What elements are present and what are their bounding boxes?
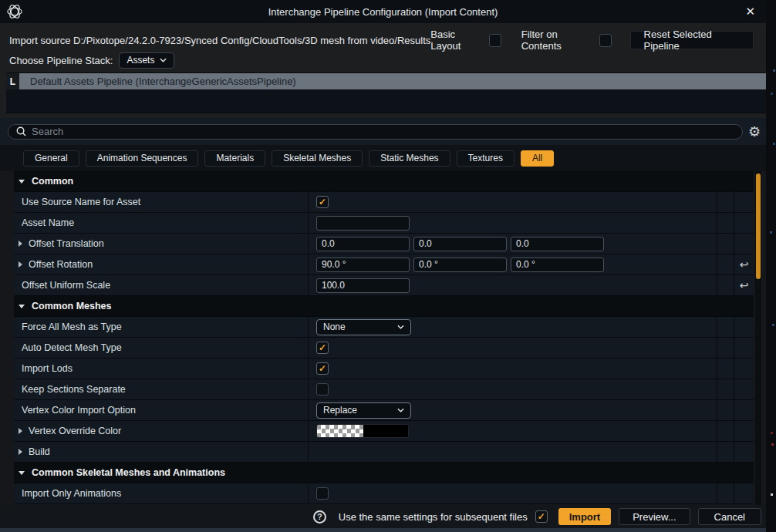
- property-row-vertex-override-color: Vertex Override Color: [14, 421, 754, 442]
- reset-to-default-icon[interactable]: ↩: [740, 259, 749, 270]
- property-row-offset-uniform-scale: Offset Uniform Scale 100.0 ↩: [14, 275, 754, 296]
- expander-icon[interactable]: [19, 428, 22, 434]
- background-app-sliver: [766, 0, 776, 532]
- property-row-import-only-animations: Import Only Animations: [14, 483, 754, 504]
- expander-icon[interactable]: [19, 449, 22, 455]
- property-label: Offset Uniform Scale: [22, 280, 110, 291]
- pipeline-list-item[interactable]: L Default Assets Pipeline (InterchangeGe…: [6, 73, 766, 89]
- vertex-override-color-swatch[interactable]: [316, 424, 409, 438]
- auto-detect-mesh-checkbox[interactable]: [316, 342, 329, 354]
- tab-skeletal-meshes[interactable]: Skeletal Meshes: [272, 150, 363, 167]
- import-only-animations-checkbox[interactable]: [316, 487, 329, 500]
- pipeline-stack-icon: L: [6, 73, 19, 89]
- property-row-offset-translation: Offset Translation 0.0 0.0 0.0: [14, 234, 754, 254]
- property-row-force-all-mesh: Force All Mesh as Type None: [14, 317, 754, 338]
- property-row-offset-rotation: Offset Rotation 90.0 ° 0.0 ° 0.0 ° ↩: [14, 254, 754, 275]
- pipeline-stack-dropdown[interactable]: Assets: [119, 52, 174, 69]
- filter-on-contents-label: Filter on Contents: [521, 29, 592, 52]
- alpha-checker: [317, 425, 363, 437]
- basic-layout-checkbox[interactable]: [489, 34, 501, 47]
- dialog-title: Interchange Pipeline Configuration (Impo…: [0, 6, 766, 18]
- reset-to-default-icon[interactable]: ↩: [740, 280, 749, 291]
- property-row-import-lods: Import Lods: [14, 359, 754, 379]
- footer-bar: ? Use the same settings for subsequent f…: [0, 505, 766, 528]
- chevron-down-icon: [397, 325, 404, 329]
- tab-materials[interactable]: Materials: [204, 150, 265, 167]
- property-label: Auto Detect Mesh Type: [22, 342, 122, 353]
- pipeline-stack-label: Choose Pipeline Stack:: [9, 55, 113, 66]
- translation-z-field[interactable]: 0.0: [511, 237, 604, 251]
- same-settings-label: Use the same settings for subsequent fil…: [339, 511, 528, 523]
- background-noise: [769, 0, 771, 2]
- property-label: Import Only Animations: [22, 488, 121, 499]
- rotation-x-field[interactable]: 90.0 °: [316, 258, 410, 272]
- search-row: ⚙: [0, 118, 766, 145]
- vertex-color-option-dropdown[interactable]: Replace: [316, 402, 411, 419]
- tab-static-meshes[interactable]: Static Meshes: [369, 150, 450, 167]
- interchange-pipeline-dialog: Interchange Pipeline Configuration (Impo…: [0, 0, 766, 532]
- property-label: Build: [29, 446, 50, 457]
- section-header-common[interactable]: Common: [14, 171, 754, 192]
- collapse-arrow-icon: [19, 180, 25, 184]
- section-title: Common Skeletal Meshes and Animations: [32, 467, 225, 478]
- chevron-down-icon: [397, 408, 404, 412]
- settings-gear-icon[interactable]: ⚙: [748, 125, 761, 139]
- color-value: [363, 425, 408, 437]
- property-label: Asset Name: [22, 217, 74, 228]
- toolbar-row-2: Choose Pipeline Stack: Assets: [9, 51, 174, 69]
- properties-scrollbar-track[interactable]: [755, 171, 761, 505]
- use-source-name-checkbox[interactable]: [316, 196, 329, 208]
- keep-sections-checkbox[interactable]: [316, 383, 329, 396]
- basic-layout-group: Basic Layout: [430, 29, 501, 52]
- preview-button[interactable]: Preview...: [619, 508, 690, 525]
- basic-layout-label: Basic Layout: [430, 29, 481, 52]
- rotation-y-field[interactable]: 0.0 °: [413, 258, 507, 272]
- property-row-keep-sections: Keep Sections Separate: [14, 379, 754, 400]
- expander-icon[interactable]: [19, 261, 22, 268]
- cancel-button[interactable]: Cancel: [698, 508, 761, 525]
- import-source-text: Import source D:/Pixotope/24.2.0-7923/Sy…: [9, 35, 430, 46]
- import-lods-checkbox[interactable]: [316, 362, 329, 375]
- reset-selected-pipeline-button[interactable]: Reset Selected Pipeline: [630, 31, 754, 49]
- search-input[interactable]: [32, 126, 734, 137]
- category-tabs: General Animation Sequences Materials Sk…: [0, 145, 766, 171]
- force-mesh-type-dropdown[interactable]: None: [316, 319, 411, 335]
- help-icon[interactable]: ?: [313, 510, 326, 524]
- uniform-scale-field[interactable]: 100.0: [316, 278, 410, 293]
- property-label: Offset Translation: [29, 238, 104, 249]
- tab-textures[interactable]: Textures: [457, 150, 515, 167]
- pipeline-list: L Default Assets Pipeline (InterchangeGe…: [6, 72, 766, 113]
- collapse-arrow-icon: [19, 471, 25, 475]
- rotation-z-field[interactable]: 0.0 °: [511, 258, 604, 272]
- expander-icon[interactable]: [19, 241, 22, 247]
- properties-scrollbar-thumb[interactable]: [756, 173, 761, 279]
- close-icon[interactable]: ✕: [745, 5, 755, 19]
- tab-animation-sequences[interactable]: Animation Sequences: [86, 150, 199, 167]
- filter-on-contents-checkbox[interactable]: [599, 34, 611, 47]
- search-icon: [16, 126, 26, 136]
- asset-name-input[interactable]: [316, 216, 410, 231]
- section-title: Common Meshes: [32, 301, 112, 311]
- translation-x-field[interactable]: 0.0: [316, 237, 410, 251]
- section-header-common-skeletal[interactable]: Common Skeletal Meshes and Animations: [14, 463, 754, 483]
- section-header-common-meshes[interactable]: Common Meshes: [14, 296, 754, 317]
- property-label: Keep Sections Separate: [22, 384, 126, 395]
- tab-all[interactable]: All: [521, 150, 554, 167]
- property-row-asset-name: Asset Name: [14, 213, 754, 234]
- pipeline-item-label: Default Assets Pipeline (InterchangeGene…: [19, 73, 766, 89]
- toolbar-row-1: Import source D:/Pixotope/24.2.0-7923/Sy…: [0, 29, 766, 51]
- tab-general[interactable]: General: [23, 150, 79, 167]
- dropdown-value: Replace: [323, 405, 357, 416]
- dropdown-value: None: [323, 322, 346, 332]
- screenshot-root: Interchange Pipeline Configuration (Impo…: [0, 0, 776, 532]
- property-row-vertex-color-import: Vertex Color Import Option Replace: [14, 400, 754, 421]
- section-title: Common: [32, 176, 73, 187]
- property-label: Offset Rotation: [29, 259, 93, 270]
- import-button[interactable]: Import: [558, 508, 611, 525]
- property-label: Import Lods: [22, 363, 73, 374]
- same-settings-checkbox[interactable]: [535, 510, 548, 523]
- properties-table: Common Use Source Name for Asset Asset N…: [14, 171, 754, 504]
- translation-y-field[interactable]: 0.0: [413, 237, 507, 251]
- search-box[interactable]: [8, 124, 743, 140]
- filter-on-contents-group: Filter on Contents: [521, 29, 612, 52]
